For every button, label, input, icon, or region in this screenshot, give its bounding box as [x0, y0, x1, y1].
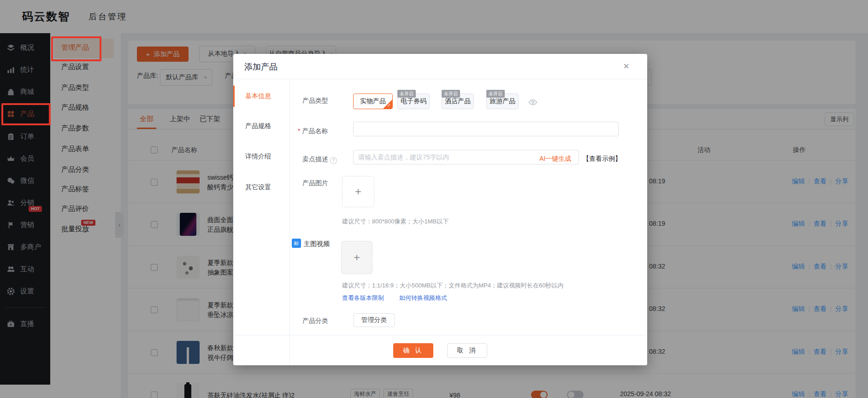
product-name-input[interactable]: [353, 122, 619, 136]
modal-tab-detail-intro[interactable]: 详情介绍: [245, 152, 271, 161]
modal-header-divider: [233, 79, 647, 79]
type-option-label: 实物产品: [360, 97, 386, 105]
video-size-hint: 建议尺寸：1:1/16:9；大小500MB以下；文件格式为MP4；建议视频时长在…: [342, 281, 563, 290]
product-category-label: 产品分类: [302, 317, 328, 325]
type-option-label: 酒店产品: [445, 97, 471, 105]
view-example-link[interactable]: 【查看示例】: [583, 155, 621, 163]
product-type-label: 产品类型: [302, 97, 328, 105]
convert-format-link[interactable]: 如何转换视频格式: [399, 294, 447, 302]
modal-tabs-divider: [289, 79, 290, 365]
selling-point-label-text: 卖点描述: [302, 155, 328, 163]
video-upload-box[interactable]: +: [341, 241, 372, 274]
close-icon[interactable]: ×: [623, 60, 629, 72]
annotation-box-manage-products: [51, 36, 101, 61]
eye-icon[interactable]: [528, 98, 537, 107]
plus-icon: +: [355, 185, 361, 198]
version-limit-link[interactable]: 查看各版本限制: [342, 294, 384, 302]
active-tab-indicator: [233, 86, 235, 107]
modal-tab-basic-info[interactable]: 基本信息: [245, 92, 271, 100]
selected-check-icon: ✓: [383, 100, 392, 109]
plus-icon: +: [354, 251, 360, 264]
disabled-badge: 未开启: [397, 90, 416, 98]
confirm-button[interactable]: 确 认: [393, 343, 433, 358]
image-size-hint: 建议尺寸：800*800像素；大小1MB以下: [342, 217, 449, 226]
image-upload-box[interactable]: +: [342, 176, 374, 207]
modal-footer-divider: [233, 335, 647, 335]
app-root: 码云数智 后台管理 概况 统计 商城 产品 订单 会员: [0, 0, 868, 398]
modal-tab-other-settings[interactable]: 其它设置: [245, 183, 271, 192]
type-option-physical[interactable]: 实物产品 ✓: [353, 94, 393, 109]
question-icon[interactable]: ?: [330, 157, 337, 164]
type-option-label: 旅游产品: [490, 97, 515, 105]
ai-generate-link[interactable]: AI一键生成: [539, 155, 571, 163]
main-video-label: 主图视频: [304, 240, 330, 248]
product-image-label: 产品图片: [302, 179, 328, 187]
cancel-button[interactable]: 取 消: [447, 343, 487, 358]
add-product-modal: 添加产品 × 基本信息 产品规格 详情介绍 其它设置 产品类型 实物产品 ✓ 未…: [233, 54, 647, 365]
disabled-badge: 未开启: [486, 90, 505, 98]
type-option-label: 电子券码: [401, 97, 426, 105]
modal-tab-product-specs[interactable]: 产品规格: [245, 122, 271, 130]
disabled-badge: 未开启: [442, 90, 460, 98]
selling-point-label: 卖点描述?: [302, 155, 337, 164]
annotation-box-product-nav: [1, 103, 51, 125]
product-name-label: 产品名称: [298, 127, 328, 135]
manage-category-button[interactable]: 管理分类: [354, 313, 395, 327]
modal-title: 添加产品: [244, 61, 278, 72]
mark-badge: 标: [292, 239, 301, 248]
